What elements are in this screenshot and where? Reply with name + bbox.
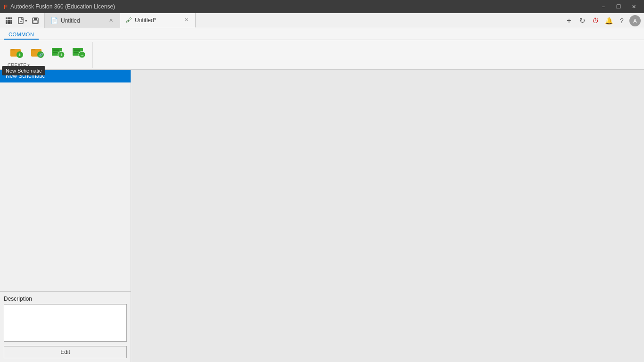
svg-rect-7 bbox=[8, 22, 10, 24]
avatar-icon: A bbox=[629, 15, 641, 26]
close-button[interactable]: ✕ bbox=[627, 2, 640, 11]
svg-rect-13 bbox=[33, 21, 38, 23]
svg-rect-12 bbox=[34, 18, 37, 20]
help-icon: ? bbox=[620, 17, 624, 25]
tab-close-active-button[interactable]: ✕ bbox=[183, 16, 190, 24]
open-schematic-btn[interactable]: 🔗 bbox=[28, 42, 47, 63]
svg-text:→: → bbox=[80, 52, 84, 58]
open-schematic-icon: 🔗 bbox=[30, 45, 45, 60]
open-pcb-btn[interactable]: → bbox=[70, 42, 89, 63]
grid-icon bbox=[5, 17, 13, 25]
refresh-icon: ↻ bbox=[579, 16, 586, 25]
ribbon-tab-common[interactable]: COMMON bbox=[4, 30, 39, 40]
tab-untitled-active[interactable]: 🖋 Untitled* ✕ bbox=[120, 13, 196, 28]
ribbon-tabs: COMMON bbox=[0, 28, 644, 40]
svg-rect-4 bbox=[8, 20, 10, 22]
tabs-area: 📄 Untitled ✕ 🖋 Untitled* ✕ bbox=[45, 13, 560, 28]
new-pcb-icon: + bbox=[51, 45, 66, 60]
notifications-button[interactable]: 🔔 bbox=[603, 15, 615, 27]
description-textarea[interactable] bbox=[4, 304, 127, 342]
svg-text:🔗: 🔗 bbox=[38, 52, 44, 58]
svg-rect-8 bbox=[10, 22, 12, 24]
file-icon: ▾ bbox=[17, 17, 25, 25]
canvas-area bbox=[131, 70, 644, 362]
tab-title-active: Untitled* bbox=[135, 17, 181, 24]
svg-rect-5 bbox=[10, 20, 12, 22]
tab-file-icon: 📄 bbox=[50, 17, 58, 24]
description-section: Description Edit bbox=[0, 291, 131, 362]
title-bar: F Autodesk Fusion 360 (Education License… bbox=[0, 0, 644, 13]
timer-icon: ⏱ bbox=[592, 17, 599, 25]
svg-rect-0 bbox=[6, 17, 8, 19]
svg-rect-6 bbox=[6, 22, 8, 24]
svg-rect-27 bbox=[74, 52, 78, 53]
grid-menu-button[interactable] bbox=[3, 15, 15, 27]
create-buttons: + 🔗 bbox=[8, 42, 89, 63]
svg-rect-22 bbox=[53, 52, 58, 53]
app-icon: F bbox=[4, 3, 8, 10]
file-menu-button[interactable]: ▾ ▾ bbox=[16, 15, 28, 27]
new-schematic-icon: + bbox=[9, 45, 25, 60]
tab-untitled[interactable]: 📄 Untitled ✕ bbox=[45, 13, 120, 28]
timer-button[interactable]: ⏱ bbox=[589, 15, 602, 27]
ribbon: COMMON + bbox=[0, 28, 644, 70]
refresh-button[interactable]: ↻ bbox=[576, 15, 588, 27]
svg-rect-1 bbox=[8, 17, 10, 19]
window-controls: − ❐ ✕ bbox=[597, 2, 640, 11]
svg-text:▾: ▾ bbox=[20, 20, 21, 23]
svg-rect-2 bbox=[10, 17, 12, 19]
new-pcb-btn[interactable]: + bbox=[49, 42, 68, 63]
right-toolbar: + ↻ ⏱ 🔔 ? A bbox=[560, 13, 644, 28]
left-panel: New Schematic New Schematic Description … bbox=[0, 70, 131, 362]
panel-list: New Schematic bbox=[0, 70, 131, 291]
tab-schematic-icon: 🖋 bbox=[126, 16, 132, 24]
svg-text:+: + bbox=[60, 52, 63, 58]
svg-rect-21 bbox=[53, 49, 59, 51]
edit-button[interactable]: Edit bbox=[4, 346, 127, 358]
quick-access-toolbar: ▾ ▾ bbox=[0, 13, 45, 28]
tooltip-bubble: New Schematic bbox=[2, 66, 45, 75]
tab-close-button[interactable]: ✕ bbox=[108, 16, 114, 25]
svg-rect-26 bbox=[74, 49, 80, 51]
ribbon-content: + 🔗 bbox=[0, 40, 644, 70]
help-button[interactable]: ? bbox=[616, 15, 628, 27]
toolbar-area: ▾ ▾ 📄 Untitled ✕ 🖋 Untitled* ✕ + bbox=[0, 13, 644, 28]
save-icon bbox=[32, 17, 39, 25]
main-area: New Schematic New Schematic Description … bbox=[0, 70, 644, 362]
add-icon: + bbox=[567, 16, 571, 25]
new-schematic-btn[interactable]: + bbox=[8, 42, 26, 63]
save-button[interactable] bbox=[29, 15, 41, 27]
ribbon-group-create: + 🔗 bbox=[4, 42, 93, 68]
bell-icon: 🔔 bbox=[605, 17, 613, 25]
open-pcb-icon: → bbox=[72, 45, 87, 60]
app-title: Autodesk Fusion 360 (Education License) bbox=[10, 3, 597, 10]
svg-text:+: + bbox=[18, 52, 21, 58]
restore-button[interactable]: ❐ bbox=[612, 2, 625, 11]
add-tab-button[interactable]: + bbox=[563, 15, 575, 27]
svg-rect-3 bbox=[6, 20, 8, 22]
description-label: Description bbox=[4, 296, 127, 302]
minimize-button[interactable]: − bbox=[597, 2, 610, 11]
tab-title-untitled: Untitled bbox=[61, 17, 105, 24]
user-avatar-button[interactable]: A bbox=[629, 15, 641, 27]
